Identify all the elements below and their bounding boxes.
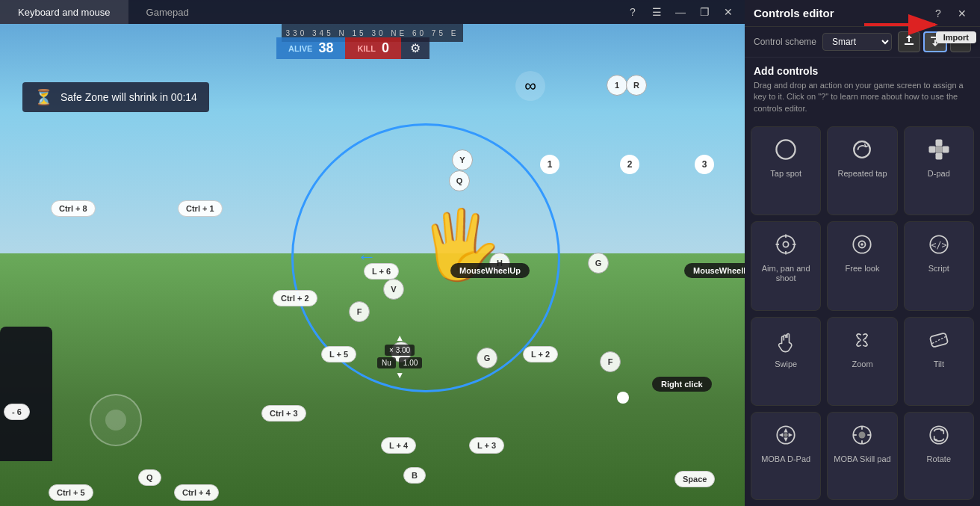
key-circle-g2[interactable]: G — [477, 348, 497, 368]
key-circle-f1[interactable]: F — [349, 301, 370, 322]
hud-alive-kill: ALIVE 38 KILL 0 ⚙ — [276, 37, 429, 59]
titlebar: Keyboard and mouse Gamepad ? ☰ — ❐ ✕ — [0, 0, 745, 24]
menu-button[interactable]: ☰ — [646, 1, 667, 22]
export-button[interactable] — [898, 31, 920, 52]
help-button[interactable]: ? — [622, 1, 643, 22]
key-circle-v[interactable]: V — [383, 279, 404, 300]
control-script[interactable]: </> Script — [904, 221, 974, 312]
scroll-down-arrow[interactable]: ▼ — [395, 370, 404, 380]
key-ctrl4[interactable]: Ctrl + 4 — [174, 484, 219, 501]
key-ctrl3[interactable]: Ctrl + 3 — [261, 405, 306, 422]
window-controls: ? ☰ — ❐ ✕ — [622, 1, 745, 22]
key-ctrl5[interactable]: Ctrl + 5 — [49, 484, 93, 501]
rotate-svg — [925, 422, 952, 448]
import-tooltip: Import — [936, 31, 976, 43]
tab-gamepad-label: Gamepad — [146, 7, 189, 18]
tap-spot-label: Tap spot — [770, 169, 801, 179]
zoom-svg — [849, 327, 875, 354]
control-free-look[interactable]: Free look — [827, 221, 897, 312]
control-dpad[interactable]: D-pad — [904, 126, 974, 215]
control-tap-spot[interactable]: Tap spot — [751, 126, 821, 215]
repeated-tap-svg — [849, 136, 875, 163]
key-lplus4[interactable]: L + 4 — [381, 437, 416, 454]
key-space[interactable]: Space — [674, 471, 715, 487]
free-look-icon — [849, 229, 875, 259]
control-moba-skill[interactable]: MOBA Skill pad — [827, 412, 897, 500]
key-ctrl2[interactable]: Ctrl + 2 — [273, 290, 317, 306]
key-circle-f3[interactable]: F — [600, 351, 621, 372]
num-circle-3: 3 — [695, 155, 714, 174]
restore-button[interactable]: ❐ — [694, 1, 715, 22]
scheme-select[interactable]: Smart — [822, 33, 892, 51]
free-look-label: Free look — [846, 264, 880, 274]
key-circle-1[interactable]: 1 — [607, 75, 627, 96]
swipe-svg — [772, 327, 799, 354]
key-lplus6[interactable]: L + 6 — [364, 263, 399, 280]
control-repeated-tap[interactable]: Repeated tap — [827, 126, 897, 215]
settings-hud-btn[interactable]: ⚙ — [401, 37, 429, 59]
control-zoom[interactable]: Zoom — [827, 317, 897, 405]
key-lplus3[interactable]: L + 3 — [469, 437, 504, 454]
num-circle-1: 1 — [540, 155, 559, 174]
tab-keyboard-mouse[interactable]: Keyboard and mouse — [0, 0, 128, 24]
key-circle-q[interactable]: Q — [449, 170, 470, 191]
control-aim-pan-shoot[interactable]: Aim, pan and shoot — [751, 221, 821, 312]
tab-gamepad[interactable]: Gamepad — [128, 0, 207, 24]
svg-line-21 — [932, 337, 946, 344]
script-icon: </> — [925, 229, 952, 259]
svg-point-17 — [861, 243, 864, 246]
key-b[interactable]: B — [403, 467, 426, 484]
close-button[interactable]: ✕ — [718, 1, 739, 22]
svg-point-9 — [777, 235, 794, 253]
controls-editor-panel: Controls editor ? ✕ Control scheme Smart — [745, 0, 980, 506]
tap-spot-svg — [772, 136, 799, 163]
free-look-svg — [849, 231, 875, 258]
moba-dpad-label: MOBA D-Pad — [761, 454, 810, 464]
key-circle-r[interactable]: R — [626, 75, 647, 96]
panel-close-button[interactable]: ✕ — [953, 4, 971, 22]
minimize-button[interactable]: — — [670, 1, 691, 22]
moba-dpad-icon — [772, 420, 799, 450]
infinity-icon: ∞ — [515, 71, 545, 101]
num-circle-2: 2 — [620, 155, 639, 174]
svg-rect-6 — [928, 146, 935, 153]
panel-help-button[interactable]: ? — [929, 4, 947, 22]
alive-stat: ALIVE 38 — [276, 37, 345, 59]
key-neg6[interactable]: - 6 — [4, 404, 30, 420]
key-ctrl1[interactable]: Ctrl + 1 — [178, 200, 223, 217]
panel-header-icons: ? ✕ — [929, 4, 971, 22]
key-lplus2[interactable]: L + 2 — [523, 346, 558, 362]
scroll-up-arrow[interactable]: ▲ — [395, 333, 404, 343]
control-swipe[interactable]: Swipe — [751, 317, 821, 405]
moba-skill-icon — [849, 420, 875, 450]
key-q[interactable]: Q — [138, 469, 161, 486]
rotate-icon — [925, 420, 952, 450]
zoom-icon — [849, 325, 875, 355]
panel-header: Controls editor ? ✕ — [745, 0, 980, 27]
key-circle-g1[interactable]: G — [588, 253, 609, 274]
key-lplus5[interactable]: L + 5 — [321, 346, 356, 362]
svg-rect-5 — [935, 153, 942, 160]
moba-skill-label: MOBA Skill pad — [834, 454, 890, 464]
control-rotate[interactable]: Rotate — [904, 412, 974, 500]
add-controls-title: Add controls — [754, 65, 818, 77]
svg-point-25 — [859, 431, 866, 438]
aim-pan-shoot-label: Aim, pan and shoot — [754, 264, 817, 283]
control-moba-dpad[interactable]: MOBA D-Pad — [751, 412, 821, 500]
item-icons: ∞ — [515, 71, 545, 101]
key-ctrl8[interactable]: Ctrl + 8 — [51, 200, 96, 217]
key-circle-y[interactable]: Y — [452, 149, 473, 170]
script-svg: </> — [925, 231, 952, 258]
tab-keyboard-mouse-label: Keyboard and mouse — [18, 7, 111, 18]
swipe-label: Swipe — [775, 360, 797, 369]
import-tooltip-text: Import — [943, 33, 969, 42]
import-section: Control scheme Smart 📁 — [745, 27, 980, 58]
svg-text:</>: </> — [931, 239, 946, 250]
moba-dpad-svg — [772, 422, 799, 448]
tilt-svg — [925, 327, 952, 354]
zoom-label: Zoom — [852, 360, 872, 369]
control-tilt[interactable]: Tilt — [904, 317, 974, 405]
repeated-tap-icon — [849, 135, 875, 164]
alive-value: 38 — [318, 40, 333, 56]
add-controls-header: Add controls — [745, 58, 980, 80]
